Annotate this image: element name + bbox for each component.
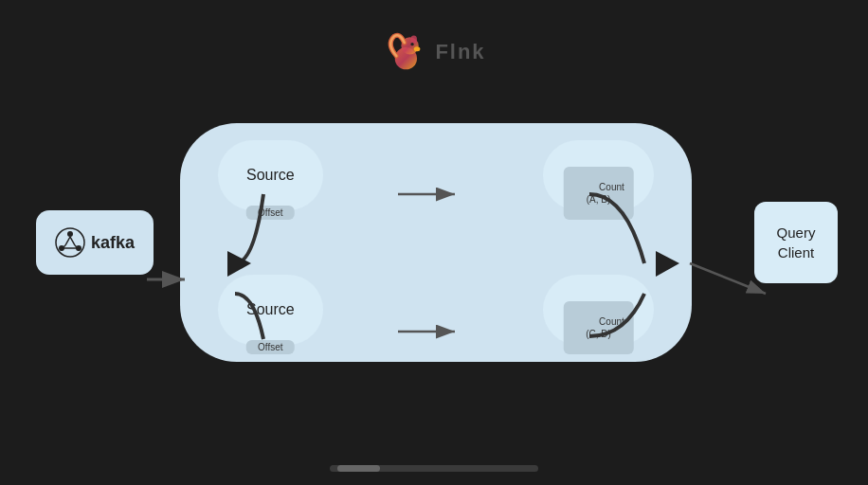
window-bottom-node: Window Count (C, D) <box>543 275 654 345</box>
top-row: Source Offset Window Count (A, B) <box>218 140 654 210</box>
query-client-node: QueryClient <box>754 202 838 283</box>
kafka-label: kafka <box>91 233 135 253</box>
svg-line-14 <box>70 237 75 245</box>
kafka-icon <box>55 227 85 258</box>
bottom-row: Source Offset Window Count (C, D) <box>218 275 654 345</box>
flink-logo-icon <box>382 28 429 76</box>
scrollbar-thumb <box>337 465 380 472</box>
window-bottom-badge: Count (C, D) <box>563 301 633 354</box>
logo-area: Flnk <box>382 28 485 76</box>
query-client-label: QueryClient <box>777 225 816 260</box>
source-bottom-label: Source <box>246 301 295 317</box>
kafka-node: kafka <box>36 210 154 275</box>
source-top-node: Source Offset <box>218 140 323 210</box>
svg-point-10 <box>67 231 73 237</box>
source-top-label: Source <box>246 167 295 183</box>
svg-line-13 <box>65 237 70 245</box>
kafka-logo: kafka <box>55 227 135 258</box>
window-top-badge: Count (A, B) <box>563 167 633 220</box>
diagram-container: Flnk <box>0 0 868 485</box>
svg-point-2 <box>410 36 417 44</box>
logo-text: Flnk <box>435 40 485 64</box>
window-top-node: Window Count (A, B) <box>543 140 654 210</box>
svg-point-4 <box>414 46 421 51</box>
svg-point-3 <box>410 43 413 45</box>
source-bottom-node: Source Offset <box>218 275 323 345</box>
source-top-badge: Offset <box>246 206 295 220</box>
outer-container: Source Offset Window Count (A, B) Source <box>180 123 692 362</box>
scrollbar-area[interactable] <box>330 465 538 472</box>
source-bottom-badge: Offset <box>246 340 295 354</box>
